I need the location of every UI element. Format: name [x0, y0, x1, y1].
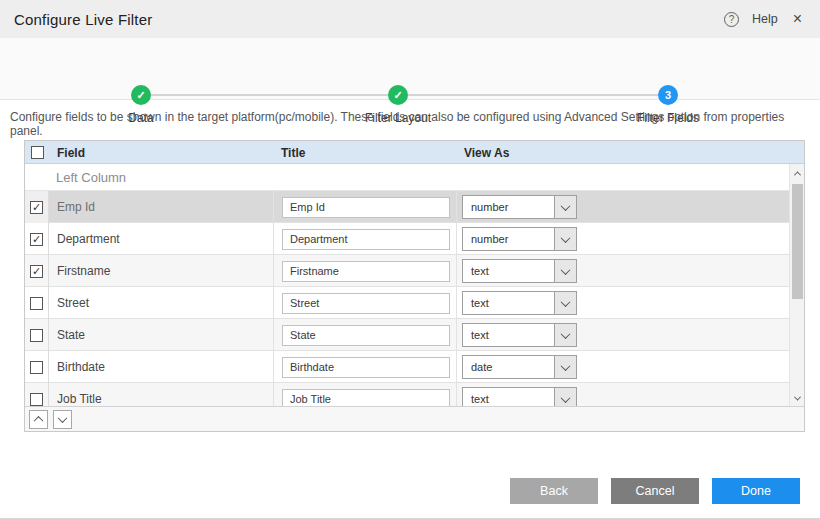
dialog-footer: Back Cancel Done: [510, 478, 800, 504]
title-input[interactable]: [282, 325, 450, 346]
field-name: Emp Id: [49, 200, 273, 214]
table-row[interactable]: Job Title text: [25, 383, 804, 407]
back-button[interactable]: Back: [510, 478, 598, 504]
view-as-value: text: [463, 260, 554, 282]
select-chevron-down-icon: [554, 324, 576, 346]
select-chevron-down-icon: [554, 196, 576, 218]
field-name: Job Title: [49, 392, 273, 406]
view-as-value: text: [463, 324, 554, 346]
row-checkbox[interactable]: ✓: [30, 233, 43, 246]
view-as-value: number: [463, 228, 554, 250]
field-name: Birthdate: [49, 360, 273, 374]
view-as-select[interactable]: text: [462, 323, 577, 347]
table-row[interactable]: Street text: [25, 287, 804, 319]
row-checkbox[interactable]: ✓: [30, 201, 43, 214]
table-header-row: Field Title View As: [25, 141, 804, 164]
move-up-button[interactable]: [29, 410, 48, 429]
dialog-title: Configure Live Filter: [14, 11, 152, 28]
field-name: Street: [49, 296, 273, 310]
select-all-checkbox[interactable]: [31, 146, 44, 159]
group-label: Left Column: [56, 170, 126, 185]
column-header-view-as: View As: [456, 141, 804, 164]
group-header-row: Left Column: [25, 164, 804, 191]
table-row[interactable]: ✓ Department number: [25, 223, 804, 255]
table-row[interactable]: ✓ Firstname text: [25, 255, 804, 287]
scrollbar-down-icon[interactable]: [790, 391, 805, 406]
dialog-titlebar: Configure Live Filter ? Help ×: [0, 0, 820, 38]
view-as-select[interactable]: date: [462, 355, 577, 379]
step-complete-icon: ✓: [388, 85, 408, 105]
close-icon[interactable]: ×: [791, 11, 804, 27]
chevron-up-icon: [34, 415, 44, 425]
table-row[interactable]: ✓ Emp Id number: [25, 191, 804, 223]
help-button[interactable]: Help: [752, 12, 778, 26]
step-complete-icon: ✓: [131, 85, 151, 105]
chevron-down-icon: [58, 413, 68, 423]
table-row[interactable]: State text: [25, 319, 804, 351]
title-input[interactable]: [282, 293, 450, 314]
scrollbar-thumb[interactable]: [792, 184, 803, 299]
view-as-select[interactable]: text: [462, 259, 577, 283]
view-as-select[interactable]: number: [462, 227, 577, 251]
move-down-button[interactable]: [53, 410, 72, 429]
field-name: Department: [49, 232, 273, 246]
table-row[interactable]: Birthdate date: [25, 351, 804, 383]
title-input[interactable]: [282, 389, 450, 408]
row-checkbox[interactable]: [30, 297, 43, 310]
view-as-select[interactable]: text: [462, 291, 577, 315]
view-as-select[interactable]: text: [462, 387, 577, 407]
view-as-value: text: [463, 292, 554, 314]
select-chevron-down-icon: [554, 228, 576, 250]
configure-live-filter-dialog: Configure Live Filter ? Help × ✓ Data ✓ …: [0, 0, 820, 519]
description-text: Configure fields to be shown in the targ…: [10, 110, 810, 138]
title-input[interactable]: [282, 229, 450, 250]
title-input[interactable]: [282, 197, 450, 218]
view-as-value: number: [463, 196, 554, 218]
select-chevron-down-icon: [554, 388, 576, 407]
row-checkbox[interactable]: [30, 361, 43, 374]
column-header-title: Title: [273, 141, 456, 164]
help-icon[interactable]: ?: [724, 12, 739, 27]
select-chevron-down-icon: [554, 260, 576, 282]
field-name: Firstname: [49, 264, 273, 278]
table-scrollbar[interactable]: [789, 164, 804, 408]
view-as-value: text: [463, 388, 554, 407]
done-button[interactable]: Done: [712, 478, 800, 504]
column-header-field: Field: [49, 141, 273, 164]
table-body: Left Column ✓ Emp Id number ✓ Department…: [25, 164, 804, 407]
title-input[interactable]: [282, 357, 450, 378]
select-chevron-down-icon: [554, 356, 576, 378]
view-as-value: date: [463, 356, 554, 378]
row-checkbox[interactable]: [30, 329, 43, 342]
step-current-icon: 3: [658, 85, 678, 105]
reorder-toolbar: [25, 406, 804, 431]
fields-table: Field Title View As Left Column ✓ Emp Id…: [24, 140, 805, 432]
row-checkbox[interactable]: ✓: [30, 265, 43, 278]
title-input[interactable]: [282, 261, 450, 282]
select-chevron-down-icon: [554, 292, 576, 314]
row-checkbox[interactable]: [30, 393, 43, 406]
field-name: State: [49, 328, 273, 342]
wizard-stepper: ✓ Data ✓ Filter Layout 3 Filter Fields: [0, 38, 820, 100]
cancel-button[interactable]: Cancel: [611, 478, 699, 504]
view-as-select[interactable]: number: [462, 195, 577, 219]
scrollbar-up-icon[interactable]: [790, 166, 805, 181]
